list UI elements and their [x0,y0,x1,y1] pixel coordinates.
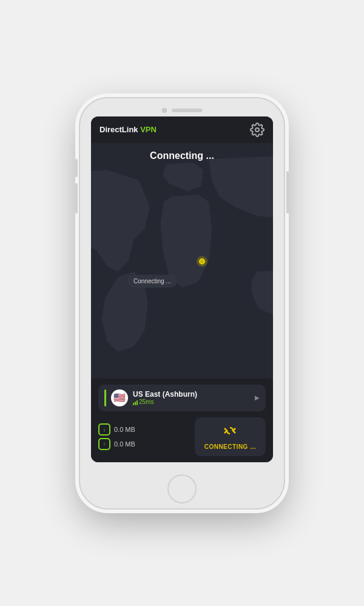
app-name-vpn: VPN [138,125,157,134]
server-row[interactable]: 🇺🇸 US East (Ashburn) 25ms ▶ [98,385,266,411]
dot-center [199,258,205,264]
download-icon: ↓ [98,423,110,436]
flag-emoji: 🇺🇸 [113,392,126,403]
chevron-right-icon: ▶ [255,394,260,401]
ping-value: 25ms [139,399,153,405]
server-name: US East (Ashburn) [133,390,250,399]
download-value: 0.0 MB [114,426,135,433]
server-active-bar [104,389,106,406]
map-tooltip: Connecting ... [127,275,177,288]
app-title: DirectLink VPN [99,125,157,134]
server-ping: 25ms [133,399,250,405]
app-header: DirectLink VPN [91,116,273,143]
stats-section: ↓ 0.0 MB ↑ 0.0 MB [98,423,190,450]
download-stat: ↓ 0.0 MB [98,423,190,436]
upload-value: 0.0 MB [114,440,135,448]
front-camera [162,108,167,113]
upload-stat: ↑ 0.0 MB [98,438,190,450]
upload-icon: ↑ [98,438,110,450]
status-title: Connecting ... [91,150,273,161]
svg-point-0 [255,128,259,132]
signal-bar-2 [135,402,136,405]
map-area: Connecting ... Connecting ... [91,143,273,379]
power-button [286,171,289,214]
phone-top-bar [80,98,284,116]
stats-connect-row: ↓ 0.0 MB ↑ 0.0 MB [98,417,266,456]
volume-button-1 [75,159,78,177]
phone-speaker [172,109,202,112]
signal-bar-3 [136,400,138,405]
server-flag: 🇺🇸 [111,389,128,406]
volume-button-2 [75,183,78,214]
connect-spinner-icon [223,423,237,441]
settings-icon[interactable] [250,123,265,137]
dot-pulse [197,256,207,267]
server-info: US East (Ashburn) 25ms [133,390,250,405]
phone-frame: DirectLink VPN [79,97,285,510]
signal-bar-1 [133,403,134,405]
app-name-part1: DirectLink [99,125,138,134]
connection-dot [197,256,207,267]
signal-bars [133,399,138,405]
bottom-panel: 🇺🇸 US East (Ashburn) 25ms ▶ [91,379,273,462]
phone-screen: DirectLink VPN [91,116,273,462]
home-button[interactable] [167,474,197,503]
connect-button[interactable]: CONNECTING ... [195,417,266,456]
connect-label: CONNECTING ... [204,443,256,450]
